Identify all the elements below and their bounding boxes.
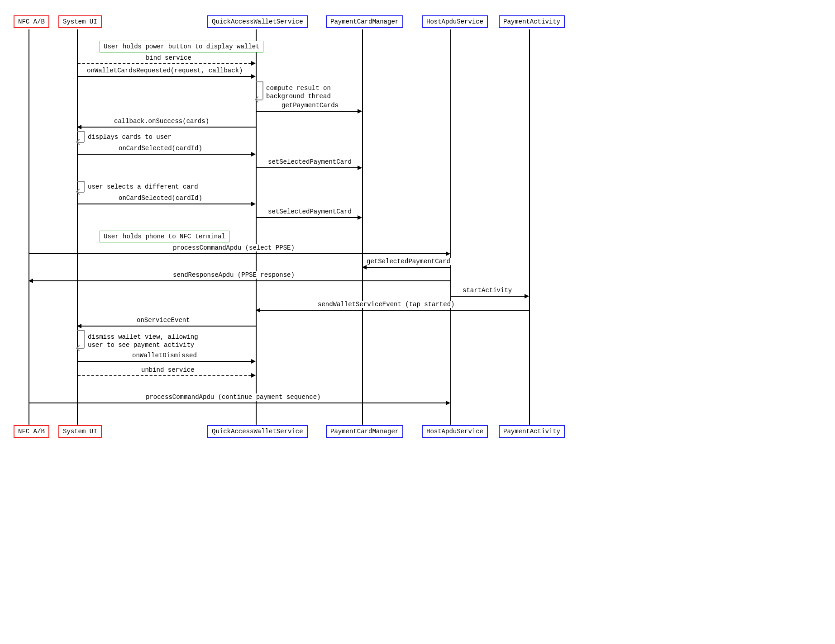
arrowhead [446,251,450,256]
actor-sysui-bottom: System UI [58,425,102,438]
msg-onserviceevent: onServiceEvent [136,317,191,324]
actor-has-bottom: HostApduService [422,425,488,438]
arrowhead [251,373,256,378]
msg-onwalletcardsrequested: onWalletCardsRequested(request, callback… [86,67,243,74]
lifeline-pcm [362,29,363,425]
msg-oncardselected-2: onCardSelected(cardId) [118,194,203,202]
msg-setselectedpaymentcard-2: setSelectedPaymentCard [267,208,353,215]
msg-sendresponseapdu: sendResponseApdu (PPSE response) [172,271,296,279]
msg-setselectedpaymentcard-1: setSelectedPaymentCard [267,158,353,166]
sequence-diagram: NFC A/B System UI QuickAccessWalletServi… [9,9,566,443]
actor-pcm-bottom: PaymentCardManager [326,425,403,438]
arrow-onwalletdismissed [78,361,251,362]
arrowhead [525,294,529,298]
lifeline-has [450,29,451,425]
arrowhead [446,401,450,405]
actor-nfc-bottom: NFC A/B [14,425,49,438]
arrowhead [251,61,256,66]
actor-qaws-top: QuickAccessWalletService [207,15,308,28]
msg-unbind-service: unbind service [140,366,196,374]
arrow-oncardselected-2 [78,204,251,204]
arrow-getselectedpaymentcard [367,267,450,268]
arrow-bind-service [78,63,251,64]
note-hold-power: User holds power button to display walle… [100,41,263,52]
arrow-startactivity [451,296,525,297]
arrow-onwalletcardsrequested [78,76,251,77]
arrowhead [251,359,256,364]
lifeline-qaws [256,29,257,425]
msg-processcommandapdu-cont: processCommandApdu (continue payment seq… [145,393,321,401]
arrow-processcommandapdu-cont [29,402,446,403]
arrowhead [358,109,362,114]
arrowhead [362,265,367,270]
arrow-setselectedpaymentcard-2 [257,217,358,218]
actor-sysui-top: System UI [58,15,102,28]
arrowhead [358,215,362,220]
arrowhead [77,324,81,328]
arrow-getpaymentcards [257,111,358,112]
label-dismiss-wallet: dismiss wallet view, allowing user to se… [88,333,198,349]
arrow-callback-onsuccess [81,127,256,128]
actor-has-top: HostApduService [422,15,488,28]
label-displays-cards: displays cards to user [88,133,172,141]
arrowhead [251,202,256,206]
msg-sendwalletserviceevent: sendWalletServiceEvent (tap started) [317,301,455,308]
msg-bind-service: bind service [145,54,192,62]
arrowhead [77,125,81,129]
arrowhead [256,308,260,313]
arrowhead [29,279,33,283]
actor-nfc-top: NFC A/B [14,15,49,28]
msg-getpaymentcards: getPaymentCards [281,102,339,109]
actor-qaws-bottom: QuickAccessWalletService [207,425,308,438]
arrow-sendresponseapdu [33,280,450,281]
lifeline-nfc [29,29,29,425]
arrowhead [251,74,256,79]
lifeline-pa [529,29,530,425]
lifeline-sysui [77,29,78,425]
note-hold-nfc: User holds phone to NFC terminal [100,231,229,242]
arrow-processcommandapdu-ppse [29,253,446,254]
msg-processcommandapdu-ppse: processCommandApdu (select PPSE) [172,244,296,251]
arrow-sendwalletserviceevent [260,310,529,311]
msg-oncardselected-1: onCardSelected(cardId) [118,145,203,152]
msg-onwalletdismissed: onWalletDismissed [131,352,198,359]
arrowhead [251,152,256,156]
arrow-onserviceevent [81,326,256,327]
msg-callback-onsuccess: callback.onSuccess(cards) [113,118,210,125]
actor-pa-bottom: PaymentActivity [499,425,565,438]
arrow-unbind-service [78,375,251,376]
label-compute-bg: compute result on background thread [266,84,331,100]
arrow-oncardselected-1 [78,154,251,155]
actor-pa-top: PaymentActivity [499,15,565,28]
msg-getselectedpaymentcard: getSelectedPaymentCard [366,258,451,265]
msg-startactivity: startActivity [462,287,513,294]
label-user-selects-diff: user selects a different card [88,183,198,191]
arrowhead [358,166,362,170]
actor-pcm-top: PaymentCardManager [326,15,403,28]
arrow-setselectedpaymentcard-1 [257,167,358,168]
